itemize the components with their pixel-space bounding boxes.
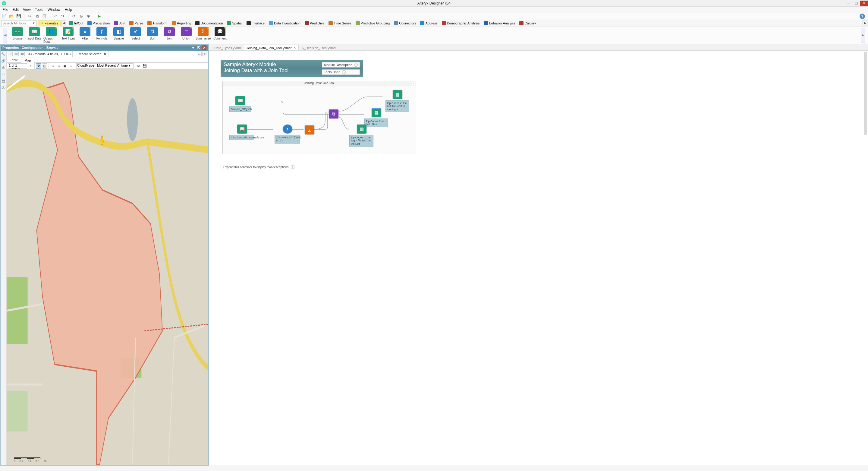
menu-edit[interactable]: Edit [12,7,19,12]
file-tab-active[interactable]: Joining_Data_Join_Tool.yxmd* ✕ [244,45,299,50]
tool-text-input[interactable]: ★📝Text Input [60,27,76,43]
undo-icon[interactable]: ↶ [53,14,58,19]
basemap-select[interactable]: CloudMade - Most Recent Vintage ▾ [76,63,133,69]
module-description-button[interactable]: Module Description− [322,62,360,67]
fields-check-icon[interactable]: ✔ [28,63,33,69]
tool-formula[interactable]: ★ƒFormula [94,27,110,43]
input-csv-node[interactable]: 📖 CSVGeocode_example.csv [229,124,255,140]
tool-join[interactable]: ★⧉Join [161,27,177,43]
run-icon[interactable]: ▶ [97,14,102,19]
menu-tools[interactable]: Tools [35,7,43,12]
help-icon[interactable]: ? [860,13,865,19]
minimize-button[interactable]: — [844,1,852,6]
browse-left-node[interactable]: ▦ Zip Codes in the Left file NOT in the … [385,90,410,112]
pan-icon[interactable]: ✥ [36,63,41,69]
clear-selection-icon[interactable]: ✕ [103,52,106,56]
category-predictive-grouping[interactable]: Predictive Grouping [353,21,392,26]
paste-icon[interactable]: 📋 [42,14,47,19]
info-icon[interactable]: ⓘ [1,85,6,90]
category-spatial[interactable]: Spatial [225,21,244,26]
category-in-out[interactable]: In/Out [67,21,85,26]
zoom-out-map-icon[interactable]: ⊖ [56,63,61,69]
category-reporting[interactable]: Reporting [170,21,193,26]
note-icon[interactable]: ▭ [1,72,6,77]
maximize-button[interactable]: ▢ [852,1,860,6]
target-icon[interactable]: ◎ [1,65,6,70]
cat-nav-right[interactable]: ▶ [863,21,867,26]
search-dropdown-icon[interactable]: ▾ [32,21,36,25]
expand-hint-box[interactable]: Expand this container to display tool de… [221,164,297,170]
category-interface[interactable]: Interface [244,21,267,26]
redo-icon[interactable]: ↷ [60,14,65,19]
panel-close-icon[interactable]: ✕ [202,45,207,50]
zoom-out-icon[interactable]: ⊖ [79,14,84,19]
search-tools-box[interactable]: ▾ [1,21,37,26]
layout-1-icon[interactable]: ▯ [8,52,13,56]
home-icon[interactable]: ⌂ [68,63,73,69]
tools-used-button[interactable]: Tools Used+ [322,69,360,75]
category-address[interactable]: Address [418,21,439,26]
data-accept-icon[interactable]: ▭ [197,52,202,56]
category-preparation[interactable]: Preparation [85,21,112,26]
layout-3-icon[interactable]: ▤ [20,52,25,56]
tool-comment[interactable]: ★💬Comment [212,27,228,43]
select-rect-icon[interactable]: ◫ [42,63,47,69]
zoom-in-map-icon[interactable]: ⊕ [50,63,56,69]
zoom-in-icon[interactable]: ⊕ [86,14,91,19]
tool-filter[interactable]: ★▲Filter [77,27,93,43]
summarize-node[interactable]: Σ [305,125,314,135]
tool-input-data[interactable]: ★📖Input Data [27,27,42,43]
formula-node[interactable]: ƒ ZIP=PADLEFT([ZIP], 5, '0') [275,124,301,144]
close-button[interactable]: ✕ [860,1,868,6]
tool-sample[interactable]: ★◧Sample [111,27,127,43]
browse-right-node[interactable]: ▦ Zip Codes in the Right file NOT in the… [349,124,374,147]
panel-pin-icon[interactable]: ⇱ [196,45,201,50]
refresh-icon[interactable]: ⟳ [71,14,76,19]
cat-nav-left[interactable]: ◀ [61,21,66,26]
workflow-container[interactable]: Joining Data: Join Tool − [222,81,416,154]
category-connectors[interactable]: Connectors [392,21,418,26]
panel-collapse-icon[interactable]: ▾ [191,45,195,50]
tool-output-data[interactable]: ★📘Output Data [43,27,59,43]
save-icon[interactable]: 💾 [16,14,21,19]
layout-2-icon[interactable]: ▥ [14,52,19,56]
tab-map[interactable]: Map [21,58,34,63]
join-node[interactable]: ⧉ [329,110,338,118]
scrollbar[interactable] [864,52,867,135]
open-icon[interactable]: 📂 [9,14,14,19]
file-tab-inactive-1[interactable]: Data_Types.yxmd [212,45,244,50]
category-time-series[interactable]: Time Series [327,21,353,26]
tab-favorites[interactable]: ★ Favorites [38,21,61,26]
copy-icon[interactable]: ⧉ [35,14,39,19]
menu-help[interactable]: Help [65,7,72,12]
palette-nav-right[interactable]: ▶ [861,28,865,43]
tool-union[interactable]: ★≣Union [179,27,194,43]
tab-table[interactable]: Table [7,57,21,62]
palette-nav-left[interactable]: ◀ [3,28,7,43]
cut-icon[interactable]: ✂ [27,14,32,19]
tool-browse[interactable]: ★👓Browse [10,27,25,43]
category-transform[interactable]: Transform [145,21,170,26]
category-predictive[interactable]: Predictive [303,21,327,26]
tab-close-icon[interactable]: ✕ [293,46,296,50]
wrench-icon[interactable]: 🔧 [1,52,6,57]
input-sample-zip-node[interactable]: 📖 Sample_ZIP.yxdb [229,96,251,112]
menu-window[interactable]: Window [48,7,61,12]
menu-view[interactable]: View [23,7,31,12]
new-icon[interactable]: 📄 [2,14,7,19]
link-icon[interactable]: 🔗 [1,59,6,63]
copy-map-icon[interactable]: ⧉ [136,63,141,69]
data-dd-icon[interactable]: ▾ [202,52,207,56]
zoom-extent-icon[interactable]: ▣ [62,63,67,69]
fields-picker[interactable]: 1 of 1 Fields ▾ [8,63,27,69]
tool-summarize[interactable]: ★ΣSummarize [195,27,211,43]
category-parse[interactable]: Parse [127,21,145,26]
category-calgary[interactable]: Calgary [517,21,538,26]
search-input[interactable] [1,22,32,25]
category-join[interactable]: Join [112,21,127,26]
category-behavior-analysis[interactable]: Behavior Analysis [482,21,518,26]
category-data-investigation[interactable]: Data Investigation [267,21,303,26]
tag-icon[interactable]: ▤ [1,79,6,83]
category-demographic-analysis[interactable]: Demographic Analysis [440,21,482,26]
tool-select[interactable]: ★✔Select [128,27,144,43]
